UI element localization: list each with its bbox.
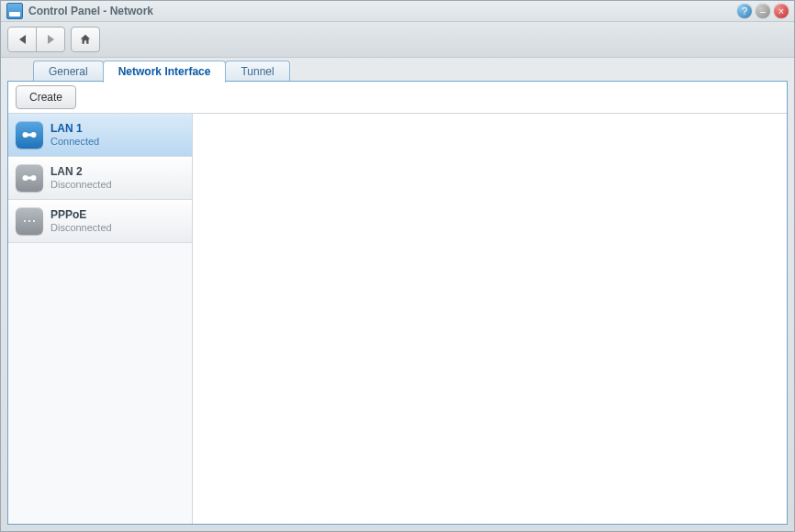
minimize-button[interactable]: – [756, 4, 770, 18]
close-button[interactable]: × [774, 4, 789, 18]
content: General Network Interface Tunnel Create … [7, 60, 788, 525]
pppoe-icon [16, 207, 43, 235]
link-icon [16, 121, 43, 149]
sidebar-item-title: LAN 2 [50, 165, 112, 179]
sidebar-item-status: Disconnected [50, 179, 112, 192]
main-pane [193, 114, 787, 524]
titlebar: Control Panel - Network ? – × [1, 1, 794, 22]
sidebar-item-labels: LAN 2 Disconnected [50, 165, 112, 192]
svg-rect-2 [26, 134, 34, 137]
interface-sidebar: LAN 1 Connected LAN 2 Disconnected [8, 114, 193, 524]
sidebar-item-pppoe[interactable]: PPPoE Disconnected [8, 200, 192, 243]
window: Control Panel - Network ? – × General Ne… [0, 0, 795, 532]
svg-rect-5 [26, 177, 34, 180]
help-button[interactable]: ? [737, 4, 752, 18]
sidebar-item-status: Disconnected [50, 222, 112, 235]
chevron-left-icon [19, 35, 26, 44]
nav-history-group [7, 27, 65, 52]
link-icon [16, 164, 43, 192]
create-button[interactable]: Create [16, 85, 76, 109]
tab-strip: General Network Interface Tunnel [7, 60, 788, 82]
app-icon [6, 3, 23, 19]
sidebar-item-labels: LAN 1 Connected [50, 122, 99, 149]
sidebar-item-status: Connected [50, 136, 99, 149]
chevron-right-icon [48, 35, 54, 44]
nav-back-button[interactable] [7, 27, 37, 52]
tab-network-interface[interactable]: Network Interface [103, 61, 227, 83]
sidebar-item-title: PPPoE [50, 208, 112, 222]
svg-point-6 [24, 220, 26, 222]
nav-toolbar [1, 22, 794, 58]
tab-panel: Create LAN 1 Connected [7, 81, 788, 525]
window-title: Control Panel - Network [28, 5, 733, 17]
split: LAN 1 Connected LAN 2 Disconnected [8, 114, 787, 524]
sidebar-item-lan1[interactable]: LAN 1 Connected [8, 114, 192, 157]
svg-point-7 [28, 220, 30, 222]
toolbar: Create [8, 82, 787, 114]
home-icon [79, 33, 92, 46]
nav-home-button[interactable] [71, 27, 100, 52]
sidebar-item-lan2[interactable]: LAN 2 Disconnected [8, 157, 192, 200]
tab-general[interactable]: General [33, 61, 104, 82]
sidebar-item-labels: PPPoE Disconnected [50, 208, 112, 235]
svg-point-8 [33, 220, 35, 222]
nav-forward-button[interactable] [37, 27, 65, 52]
sidebar-item-title: LAN 1 [50, 122, 99, 136]
tab-tunnel[interactable]: Tunnel [225, 61, 289, 82]
